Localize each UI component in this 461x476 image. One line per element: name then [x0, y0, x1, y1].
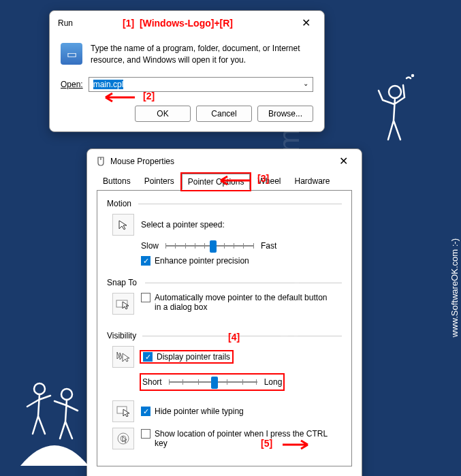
mouse-title: Mouse Properties [110, 157, 174, 166]
ok-button[interactable]: OK [135, 106, 191, 122]
group-motion: Motion Select a pointer speed: Slow Fast [107, 199, 342, 268]
tab-hardware[interactable]: Hardware [288, 173, 336, 189]
trails-icon [112, 346, 134, 368]
trails-checkbox[interactable]: ✓ [143, 352, 153, 362]
svg-point-1 [412, 75, 413, 76]
dropdown-icon[interactable]: ⌄ [303, 80, 308, 87]
pointer-speed-icon [112, 214, 134, 236]
tab-pointer-options[interactable]: Pointer Options [182, 174, 251, 190]
run-description: Type the name of a program, folder, docu… [91, 43, 313, 66]
hide-typing-icon [112, 400, 134, 422]
svg-point-3 [61, 389, 72, 400]
ctrl-locate-checkbox[interactable] [141, 429, 150, 439]
trails-label: Display pointer trails [157, 352, 230, 362]
snap-icon [112, 293, 134, 315]
hide-typing-checkbox[interactable]: ✓ [141, 407, 150, 416]
browse-button[interactable]: Browse... [257, 106, 313, 122]
slow-label: Slow [141, 241, 159, 251]
tab-buttons[interactable]: Buttons [97, 173, 137, 189]
ctrl-locate-label: Show location of pointer when I press th… [155, 429, 339, 448]
stick-figure-right [369, 72, 417, 150]
fast-label: Fast [261, 241, 276, 251]
select-speed-label: Select a pointer speed: [141, 220, 225, 229]
run-dialog: Run ✕ ▭ Type the name of a program, fold… [49, 10, 325, 132]
enhance-precision-checkbox[interactable]: ✓ [141, 256, 150, 266]
group-motion-title: Motion [107, 199, 342, 208]
trails-slider[interactable] [169, 376, 257, 388]
mouse-properties-dialog: Mouse Properties ✕ Buttons Pointers Poin… [86, 148, 362, 476]
run-title: Run [58, 18, 73, 28]
group-snap-title: Snap To [107, 278, 342, 287]
run-icon: ▭ [61, 43, 82, 65]
mouse-titlebar[interactable]: Mouse Properties ✕ [87, 149, 362, 173]
enhance-precision-label: Enhance pointer precision [155, 256, 249, 266]
snap-label: Automatically move pointer to the defaul… [155, 293, 332, 312]
mouse-tabs: Buttons Pointers Pointer Options Wheel H… [87, 173, 362, 190]
group-visibility-title: Visibility [107, 331, 342, 340]
svg-point-0 [389, 86, 401, 98]
watermark-side: www.SoftwareOK.com :-) [449, 238, 460, 337]
tab-wheel[interactable]: Wheel [251, 173, 287, 189]
group-visibility: Visibility ✓ Display pointer trails Shor… [107, 331, 342, 456]
cancel-button[interactable]: Cancel [196, 106, 252, 122]
short-label: Short [142, 377, 162, 387]
long-label: Long [264, 377, 283, 387]
speed-slider[interactable] [165, 240, 254, 252]
svg-point-2 [34, 383, 45, 394]
mouse-icon [95, 156, 106, 167]
stick-figure-left [7, 360, 102, 469]
run-titlebar[interactable]: Run ✕ [50, 11, 324, 35]
open-label: Open: [61, 80, 83, 89]
group-snap: Snap To Automatically move pointer to th… [107, 278, 342, 321]
hide-typing-label: Hide pointer while typing [155, 407, 244, 416]
close-icon[interactable]: ✕ [296, 16, 316, 29]
open-input[interactable]: main.cpl ⌄ [89, 77, 313, 92]
tab-pointers[interactable]: Pointers [138, 173, 180, 189]
close-icon[interactable]: ✕ [334, 155, 353, 168]
snap-checkbox[interactable] [141, 293, 150, 302]
ctrl-locate-icon [112, 428, 134, 449]
